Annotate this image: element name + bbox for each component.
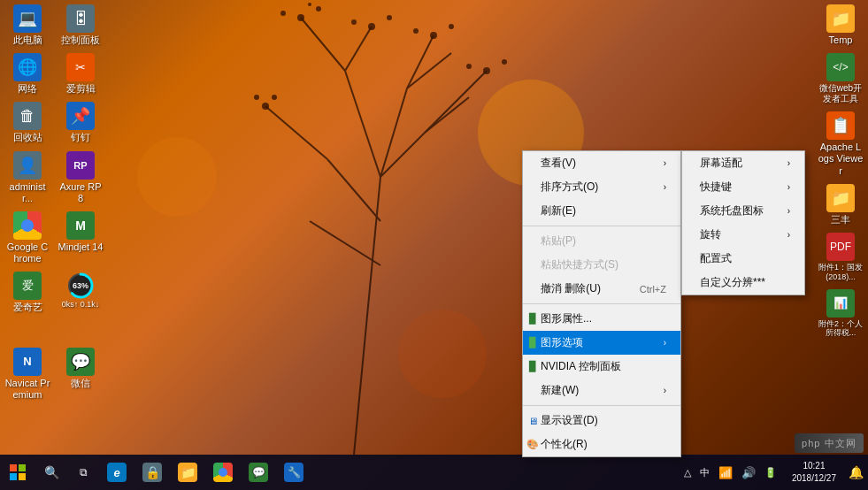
svg-point-24 <box>502 59 507 65</box>
icon-fujian1[interactable]: PDF 附件1：国发(2018)... <box>818 233 864 282</box>
menu-undo-delete[interactable]: 撤消 删除(U) Ctrl+Z <box>523 277 680 301</box>
submenu-shortcut[interactable]: 快捷键 › <box>682 175 804 199</box>
svg-rect-38 <box>19 473 26 480</box>
submenu-custom-split[interactable]: 自定义分辨*** <box>682 271 804 295</box>
submenu-arrow: › <box>787 230 790 240</box>
icon-temp[interactable]: 📁 Temp <box>818 4 864 46</box>
icon-axure[interactable]: RP Axure RP 8 <box>58 151 104 204</box>
svg-point-27 <box>254 95 259 100</box>
system-tray: △ 中 📶 🔊 🔋 <box>676 464 785 481</box>
taskbar-app-extra[interactable]: 🔧 <box>276 455 311 490</box>
menu-sort[interactable]: 排序方式(O) › <box>523 175 680 199</box>
context-menu: 查看(V) › 排序方式(O) › 刷新(E) 粘贴(P) 粘贴快捷方式(S) … <box>522 150 681 457</box>
icon-label: administr... <box>4 181 50 204</box>
svg-point-16 <box>308 3 311 6</box>
search-button[interactable]: 🔍 <box>35 455 67 490</box>
icon-dingding[interactable]: 📌 钉钉 <box>58 102 104 143</box>
tray-network[interactable]: 📶 <box>716 464 735 481</box>
svg-rect-35 <box>10 464 17 471</box>
icon-fujian2[interactable]: 📊 附件2：个人所得税... <box>818 289 864 339</box>
icon-label: 钉钉 <box>71 132 90 143</box>
icon-aigou[interactable]: ✂ 爱剪辑 <box>58 53 104 95</box>
icon-mindjet[interactable]: M Mindjet 14 <box>58 211 104 264</box>
icon-recycle[interactable]: 🗑 回收站 <box>4 102 50 143</box>
menu-item-label: 图形选项 <box>541 335 583 350</box>
tray-volume[interactable]: 🔊 <box>739 464 758 481</box>
submenu-rotate[interactable]: 旋转 › <box>682 223 804 247</box>
taskbar-explorer[interactable]: 📁 <box>170 455 205 490</box>
icon-control-panel[interactable]: 🎛 控制面板 <box>58 4 104 46</box>
icon-label: Google Chrome <box>4 241 50 264</box>
taskbar-wechat-btn[interactable]: 💬 <box>241 455 276 490</box>
icon-label: 0ks↑ 0.1k↓ <box>62 300 100 310</box>
menu-nvidia-control[interactable]: ▉ NVIDIA 控制面板 <box>523 355 680 379</box>
submenu-arrow: › <box>664 158 666 168</box>
icon-label: Apache Logs Viewer <box>818 142 864 177</box>
task-view-button[interactable]: ⧉ <box>67 455 99 490</box>
menu-item-label: 排序方式(O) <box>541 180 598 195</box>
menu-item-label: 刷新(E) <box>541 203 576 218</box>
taskbar-edge[interactable]: e <box>99 455 134 490</box>
svg-rect-36 <box>19 464 26 471</box>
menu-nvidia-props[interactable]: ▉ 图形属性... <box>523 307 680 331</box>
icon-my-computer[interactable]: 💻 此电脑 <box>4 4 50 46</box>
icon-label: 此电脑 <box>13 34 42 46</box>
tray-battery[interactable]: 🔋 <box>762 465 780 480</box>
icon-wechat[interactable]: 💬 微信 <box>58 348 104 401</box>
icon-chrome[interactable]: Google Chrome <box>4 211 50 264</box>
temp-icon: 📁 <box>826 4 855 33</box>
svg-point-19 <box>351 19 357 25</box>
start-button[interactable] <box>0 455 35 490</box>
taskbar-clock[interactable]: 10:21 2018/12/27 <box>785 460 843 485</box>
personalize-icon: 🎨 <box>526 438 540 452</box>
icon-admin[interactable]: 👤 administr... <box>4 151 50 204</box>
desktop-icons-right: 📁 Temp </> 微信web开发者工具 📋 Apache Logs View… <box>818 4 864 338</box>
icon-network[interactable]: 🌐 网络 <box>4 53 50 95</box>
menu-item-label: NVIDIA 控制面板 <box>541 359 621 374</box>
network-icon: 🌐 <box>13 53 42 81</box>
aigou-icon: ✂ <box>66 53 95 81</box>
menu-personalize[interactable]: 🎨 个性化(R) <box>523 433 680 456</box>
tray-arrow[interactable]: △ <box>681 465 694 480</box>
icon-apache-logs[interactable]: 📋 Apache Logs Viewer <box>818 111 864 177</box>
iqiyi-icon: 爱 <box>13 272 42 300</box>
icon-sanfeng[interactable]: 📁 三丰 <box>818 184 864 226</box>
menu-refresh[interactable]: 刷新(E) <box>523 199 680 223</box>
taskbar-chrome-btn[interactable] <box>205 455 241 490</box>
menu-paste[interactable]: 粘贴(P) <box>523 229 680 253</box>
icon-navicat[interactable]: N Navicat Premium <box>4 348 50 401</box>
taskbar: 🔍 ⧉ e 🔒 📁 💬 � <box>0 455 868 490</box>
menu-nvidia-options[interactable]: ▉ 图形选项 › <box>523 331 680 355</box>
submenu-screen-adapt[interactable]: 屏幕适配 › <box>682 151 804 175</box>
menu-separator <box>523 226 680 226</box>
menu-item-label: 新建(W) <box>541 383 579 398</box>
submenu-system-tray[interactable]: 系统托盘图标 › <box>682 199 804 223</box>
tray-lang[interactable]: 中 <box>697 464 712 481</box>
menu-new[interactable]: 新建(W) › <box>523 379 680 402</box>
fujian1-icon: PDF <box>826 233 855 261</box>
menu-display-settings[interactable]: 🖥 显示设置(D) <box>523 409 680 433</box>
notification-button[interactable]: 🔔 <box>843 455 868 490</box>
icon-th[interactable]: 63% 0ks↑ 0.1k↓ <box>58 272 104 313</box>
icon-weixin-dev[interactable]: </> 微信web开发者工具 <box>818 53 864 104</box>
apache-logs-icon: 📋 <box>826 111 855 140</box>
svg-point-25 <box>466 64 472 69</box>
svg-line-4 <box>345 27 372 71</box>
svg-line-1 <box>345 71 380 177</box>
sanfeng-icon: 📁 <box>826 184 855 212</box>
explorer-icon: 📁 <box>178 463 197 482</box>
submenu-arrow: › <box>664 182 666 192</box>
navicat-icon: N <box>13 348 42 376</box>
menu-item-label: 配置式 <box>700 251 732 266</box>
icon-iqiyi[interactable]: 爱 爱奇艺 <box>4 272 50 313</box>
svg-point-22 <box>413 28 419 34</box>
taskbar-lock[interactable]: 🔒 <box>134 455 170 490</box>
clock-date: 2018/12/27 <box>792 472 836 485</box>
icon-label: 回收站 <box>13 132 42 143</box>
menu-view[interactable]: 查看(V) › <box>523 151 680 175</box>
submenu-config[interactable]: 配置式 <box>682 247 804 271</box>
icon-label: 附件1：国发(2018)... <box>818 263 863 282</box>
clock-time: 10:21 <box>803 460 825 472</box>
icon-label: 三丰 <box>831 214 850 226</box>
menu-paste-shortcut[interactable]: 粘贴快捷方式(S) <box>523 253 680 277</box>
